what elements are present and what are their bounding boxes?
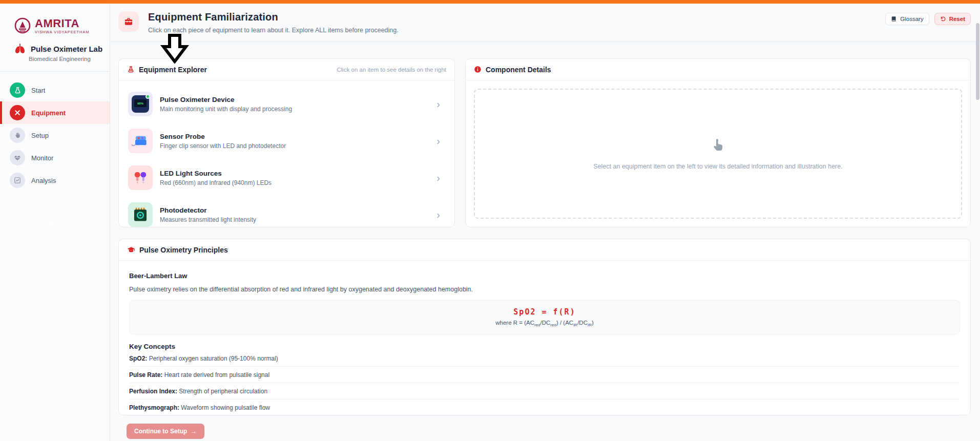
concept-row: Perfusion Index: Strength of peripheral … bbox=[129, 383, 960, 400]
sidebar-item-label: Monitor bbox=[31, 154, 53, 162]
scrollbar[interactable] bbox=[976, 23, 979, 100]
sidebar-item-monitor[interactable]: Monitor bbox=[0, 146, 110, 169]
sidebar-nav: Start Equipment Setup bbox=[0, 72, 110, 192]
sidebar-item-start[interactable]: Start bbox=[0, 79, 110, 101]
lungs-icon bbox=[14, 44, 26, 54]
details-title: Component Details bbox=[486, 66, 551, 74]
equipment-item-photodetector[interactable]: Photodetector Measures transmitted light… bbox=[127, 198, 446, 231]
photodiode-chip-icon bbox=[128, 202, 153, 227]
chevron-right-icon: › bbox=[436, 209, 443, 220]
chevron-right-icon: › bbox=[436, 173, 443, 183]
concept-term: Plethysmograph: bbox=[129, 404, 179, 411]
chevron-right-icon: › bbox=[436, 99, 443, 109]
toolbox-icon bbox=[118, 11, 139, 32]
equipment-item-name: Pulse Oximeter Device bbox=[160, 96, 429, 103]
sidebar-item-label: Equipment bbox=[31, 109, 66, 117]
glossary-label: Glossary bbox=[900, 16, 923, 22]
formula-note: where R = (ACred/DCred) / (ACIR/DCIR) bbox=[495, 320, 594, 327]
reset-label: Reset bbox=[949, 16, 965, 22]
sidebar-item-label: Analysis bbox=[31, 177, 56, 184]
finger-clip-icon bbox=[128, 129, 153, 153]
equipment-explorer-panel: Equipment Explorer Click on an item to s… bbox=[118, 58, 455, 227]
hand-icon bbox=[10, 128, 25, 143]
sidebar-item-equipment[interactable]: Equipment bbox=[0, 101, 110, 124]
concept-definition: Heart rate derived from pulsatile signal bbox=[162, 371, 269, 379]
page-subtitle: Click on each piece of equipment to lear… bbox=[148, 27, 885, 34]
sidebar-item-label: Setup bbox=[31, 132, 49, 139]
check-icon: ✓ bbox=[49, 220, 55, 228]
details-placeholder: Select an equipment item on the left to … bbox=[474, 89, 962, 219]
university-logo: AMRITA VISHWA VIDYAPEETHAM bbox=[0, 4, 110, 35]
continue-label: Continue to Setup bbox=[134, 428, 187, 435]
undo-icon bbox=[940, 16, 946, 22]
equipment-item-pulse-oximeter-device[interactable]: 98% Pulse Oximeter Device Main monitorin… bbox=[127, 88, 446, 120]
lab-title: Pulse Oximeter Lab bbox=[31, 45, 102, 53]
concept-row: SpO2: Peripheral oxygen saturation (95-1… bbox=[129, 350, 960, 367]
equipment-item-name: Sensor Probe bbox=[160, 133, 429, 140]
continue-to-setup-button[interactable]: Continue to Setup → bbox=[127, 424, 204, 439]
flask-icon bbox=[10, 82, 25, 98]
heart-pulse-icon bbox=[10, 150, 25, 165]
hand-pointer-icon bbox=[711, 137, 726, 153]
brand-name: AMRITA bbox=[35, 18, 89, 29]
equipment-item-led-light-sources[interactable]: LED Light Sources Red (660nm) and infrar… bbox=[127, 161, 446, 194]
equipment-item-name: Photodetector bbox=[160, 206, 429, 214]
header-divider bbox=[110, 41, 980, 41]
equipment-item-sensor-probe[interactable]: Sensor Probe Finger clip sensor with LED… bbox=[127, 124, 446, 157]
reset-button[interactable]: Reset bbox=[934, 13, 971, 25]
formula-box: SpO2 = f(R) where R = (ACred/DCred) / (A… bbox=[129, 300, 960, 334]
chart-line-icon bbox=[10, 173, 25, 188]
explorer-hint: Click on an item to see details on the r… bbox=[337, 67, 446, 73]
equipment-item-description: Main monitoring unit with display and pr… bbox=[160, 106, 429, 113]
equipment-item-description: Finger clip sensor with LED and photodet… bbox=[160, 142, 429, 150]
sidebar-item-label: Start bbox=[31, 87, 45, 94]
key-concepts-title: Key Concepts bbox=[129, 343, 960, 350]
sidebar: AMRITA VISHWA VIDYAPEETHAM Pulse Oximete… bbox=[0, 4, 110, 441]
law-title: Beer-Lambert Law bbox=[129, 272, 960, 280]
lab-subtitle: Biomedical Engineering bbox=[0, 54, 110, 62]
flask-icon bbox=[127, 66, 135, 73]
explorer-title: Equipment Explorer bbox=[139, 66, 207, 74]
principles-panel: Pulse Oximetry Principles Beer-Lambert L… bbox=[118, 239, 971, 415]
equipment-item-description: Measures transmitted light intensity bbox=[160, 216, 429, 223]
amrita-emblem-icon bbox=[13, 17, 32, 35]
concept-definition: Waveform showing pulsatile flow bbox=[179, 404, 270, 411]
arrow-right-icon: → bbox=[191, 428, 197, 435]
page-title: Equipment Familiarization bbox=[148, 11, 885, 23]
concept-term: Pulse Rate: bbox=[129, 371, 162, 379]
equipment-item-description: Red (660nm) and infrared (940nm) LEDs bbox=[160, 179, 429, 186]
sidebar-item-analysis[interactable]: Analysis bbox=[0, 169, 110, 192]
details-placeholder-text: Select an equipment item on the left to … bbox=[593, 163, 842, 170]
concept-definition: Peripheral oxygen saturation (95-100% no… bbox=[147, 355, 278, 362]
principles-title: Pulse Oximetry Principles bbox=[139, 246, 228, 254]
graduation-cap-icon bbox=[127, 246, 135, 254]
chevron-right-icon: › bbox=[436, 136, 443, 146]
component-details-panel: Component Details Select an equipment it… bbox=[465, 58, 971, 227]
oximeter-device-icon: 98% bbox=[128, 92, 153, 116]
sidebar-item-setup[interactable]: Setup bbox=[0, 124, 110, 146]
info-icon bbox=[474, 66, 482, 73]
concept-term: SpO2: bbox=[129, 355, 147, 362]
concept-definition: Strength of peripheral circulation bbox=[177, 388, 267, 395]
page-header: Equipment Familiarization Click on each … bbox=[110, 4, 980, 34]
concept-row: Pulse Rate: Heart rate derived from puls… bbox=[129, 367, 960, 383]
glossary-button[interactable]: Glossary bbox=[885, 13, 929, 25]
equipment-item-name: LED Light Sources bbox=[160, 170, 429, 177]
main-content: Equipment Familiarization Click on each … bbox=[110, 4, 980, 441]
led-bulbs-icon bbox=[128, 165, 153, 190]
top-accent-bar bbox=[0, 0, 980, 4]
law-text: Pulse oximetry relies on the differentia… bbox=[129, 286, 960, 293]
concept-term: Perfusion Index: bbox=[129, 388, 177, 395]
tools-icon bbox=[10, 105, 25, 120]
book-icon bbox=[891, 16, 897, 22]
spo2-formula: SpO2 = f(R) bbox=[513, 307, 575, 317]
brand-tagline: VISHWA VIDYAPEETHAM bbox=[35, 30, 89, 34]
concept-row: Plethysmograph: Waveform showing pulsati… bbox=[129, 400, 960, 416]
